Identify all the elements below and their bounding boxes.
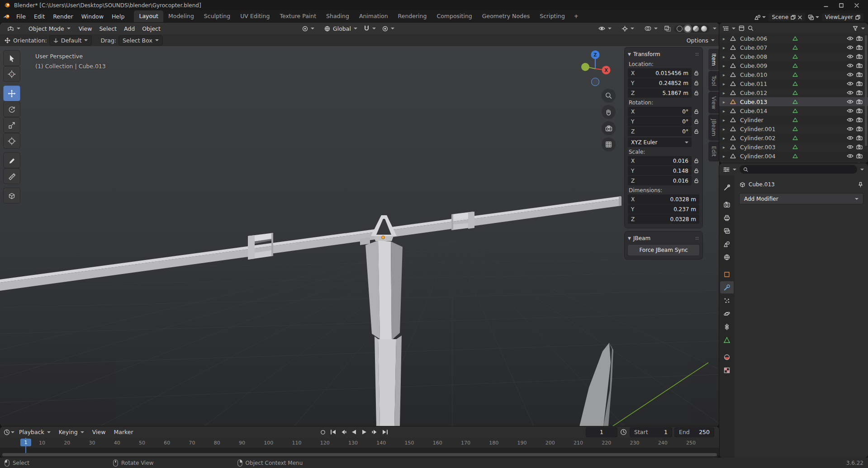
outliner-row[interactable]: ▸ Cube.011 <box>719 79 868 88</box>
disable-render-toggle-icon[interactable] <box>856 118 863 123</box>
auto-keying-button[interactable] <box>318 428 327 436</box>
shading-rendered-button[interactable] <box>701 26 707 32</box>
expand-caret-icon[interactable]: ▸ <box>723 145 725 150</box>
disable-render-toggle-icon[interactable] <box>856 36 863 41</box>
disable-render-toggle-icon[interactable] <box>856 63 863 68</box>
outliner-scrollbar[interactable] <box>865 35 867 146</box>
lock-icon[interactable] <box>693 80 699 85</box>
jump-to-start-button[interactable] <box>329 428 337 436</box>
tab-particles[interactable] <box>720 294 734 307</box>
workspace-tab[interactable]: Rendering <box>393 10 432 23</box>
shading-settings-dropdown[interactable] <box>713 28 716 29</box>
expand-caret-icon[interactable]: ▸ <box>723 118 725 123</box>
hide-viewport-toggle-icon[interactable] <box>847 145 854 149</box>
display-mode-icon[interactable] <box>739 25 745 31</box>
scale-value-field[interactable]: Y0.148 <box>628 166 692 175</box>
transform-orientation-dropdown[interactable]: Global <box>321 24 361 33</box>
tool-rotate-button[interactable] <box>4 102 20 117</box>
blender-menu-icon[interactable] <box>3 14 10 19</box>
frame-start-field[interactable]: Start 1 <box>630 428 672 437</box>
tab-material[interactable] <box>720 351 734 363</box>
expand-caret-icon[interactable]: ▸ <box>723 99 725 104</box>
outliner-row[interactable]: ▸ Cylinder.002 <box>719 133 868 142</box>
tool-cursor-button[interactable] <box>4 66 20 81</box>
gizmo-y-axis[interactable] <box>581 63 589 71</box>
disable-render-toggle-icon[interactable] <box>856 109 863 113</box>
play-button[interactable] <box>360 428 369 436</box>
workspace-tab[interactable]: UV Editing <box>235 10 275 23</box>
viewlayer-selector[interactable]: ViewLayer <box>822 13 863 21</box>
hide-viewport-toggle-icon[interactable] <box>847 136 854 140</box>
search-icon[interactable] <box>748 25 754 31</box>
tab-render[interactable] <box>720 199 734 211</box>
properties-editor-icon[interactable] <box>723 167 730 172</box>
hide-viewport-toggle-icon[interactable] <box>847 99 854 104</box>
new-viewlayer-icon[interactable] <box>855 15 860 20</box>
expand-caret-icon[interactable]: ▸ <box>723 90 725 95</box>
viewport-menu[interactable]: View <box>75 24 96 33</box>
sidebar-tab[interactable]: Tool <box>708 71 719 90</box>
disable-render-toggle-icon[interactable] <box>856 99 863 104</box>
lock-icon[interactable] <box>693 168 699 173</box>
tool-scale-button[interactable] <box>4 118 20 132</box>
playhead-frame-badge[interactable]: 1 <box>20 439 31 446</box>
options-dropdown[interactable]: Options <box>687 37 715 44</box>
proportional-edit-dropdown[interactable] <box>379 24 398 33</box>
editor-type-dropdown[interactable] <box>733 169 736 170</box>
properties-search-input[interactable] <box>750 166 854 173</box>
outliner-row[interactable]: ▸ Cylinder.003 <box>719 142 868 151</box>
expand-caret-icon[interactable]: ▸ <box>723 45 725 50</box>
expand-caret-icon[interactable]: ▸ <box>723 127 725 132</box>
tab-world[interactable] <box>720 251 734 263</box>
tab-scene[interactable] <box>720 238 734 250</box>
lock-icon[interactable] <box>693 90 699 95</box>
disable-render-toggle-icon[interactable] <box>856 81 863 86</box>
expand-caret-icon[interactable]: ▸ <box>723 63 725 68</box>
gizmos-dropdown[interactable] <box>618 24 638 33</box>
timeline-scrollbar[interactable] <box>2 453 717 456</box>
xray-toggle[interactable] <box>664 26 671 32</box>
sidebar-tab[interactable]: Item <box>708 49 719 70</box>
outliner-row[interactable]: ▸ Cube.012 <box>719 88 868 97</box>
sidebar-tab[interactable]: JBeam <box>708 114 719 141</box>
tab-view-layer[interactable] <box>720 225 734 237</box>
timeline-marker-menu[interactable]: Marker <box>110 427 137 437</box>
tab-texture[interactable] <box>720 364 734 376</box>
scene-selector-icon[interactable] <box>754 14 766 20</box>
dimension-value-field[interactable]: Y0.237 m <box>628 204 699 214</box>
lock-icon[interactable] <box>693 71 699 76</box>
properties-options-dropdown[interactable] <box>860 169 864 170</box>
lock-icon[interactable] <box>693 109 699 114</box>
mode-dropdown[interactable]: Object Mode <box>25 24 74 33</box>
filter-dropdown[interactable] <box>861 28 865 29</box>
rotation-value-field[interactable]: X0° <box>628 107 692 116</box>
workspace-tab[interactable]: Texture Paint <box>275 10 321 23</box>
outliner-row[interactable]: ▸ Cube.009 <box>719 61 868 70</box>
disable-render-toggle-icon[interactable] <box>856 154 863 159</box>
rotation-value-field[interactable]: Z0° <box>628 127 692 136</box>
disable-render-toggle-icon[interactable] <box>856 127 863 132</box>
panel-collapse-icon[interactable]: ▼ <box>628 52 631 57</box>
expand-caret-icon[interactable]: ▸ <box>723 136 725 141</box>
topbar-menu[interactable]: File <box>12 11 30 23</box>
expand-caret-icon[interactable]: ▸ <box>723 54 725 59</box>
hide-viewport-toggle-icon[interactable] <box>847 45 854 50</box>
editor-type-dropdown[interactable] <box>11 431 14 433</box>
rotation-mode-dropdown[interactable]: XYZ Euler <box>628 137 692 147</box>
viewport-menu[interactable]: Select <box>95 24 120 33</box>
unlink-scene-icon[interactable] <box>798 15 802 19</box>
force-jbeam-sync-button[interactable]: Force JBeam Sync <box>628 245 699 255</box>
outliner-row[interactable]: ▸ Cube.007 <box>719 43 868 52</box>
disable-render-toggle-icon[interactable] <box>856 90 863 95</box>
tool-move-button[interactable] <box>4 86 20 101</box>
workspace-tab[interactable]: Shading <box>321 10 354 23</box>
next-keyframe-button[interactable] <box>370 428 379 436</box>
tool-measure-button[interactable] <box>4 169 20 184</box>
panel-collapse-icon[interactable]: ▼ <box>628 236 631 241</box>
disable-render-toggle-icon[interactable] <box>856 136 863 141</box>
close-button[interactable] <box>849 0 864 10</box>
expand-caret-icon[interactable]: ▸ <box>723 72 725 77</box>
object-visibility-dropdown[interactable] <box>595 25 615 32</box>
panel-grip-icon[interactable] <box>695 236 699 241</box>
keying-menu[interactable]: Keying <box>55 427 88 437</box>
